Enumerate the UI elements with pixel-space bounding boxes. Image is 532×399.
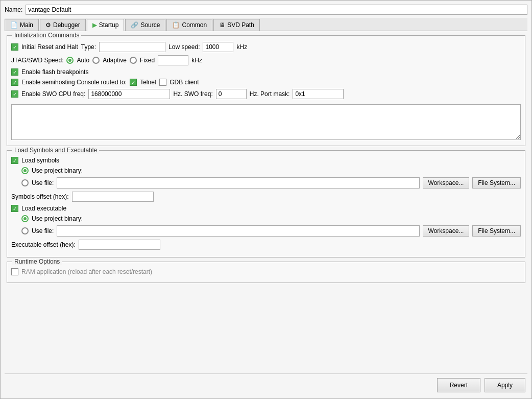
- executable-offset-input[interactable]: [79, 240, 160, 250]
- executable-offset-row: Executable offset (hex):: [11, 240, 521, 250]
- load-content: ✓ Load symbols Use project binary: Use f…: [11, 157, 521, 250]
- telnet-checkbox[interactable]: ✓: [130, 79, 137, 86]
- use-file2-radio[interactable]: [21, 227, 29, 234]
- hz2-label: Hz. Port mask:: [250, 90, 290, 98]
- debugger-icon: ⚙: [45, 21, 51, 29]
- initial-reset-checkbox[interactable]: ✓: [11, 43, 18, 51]
- type-label: Type:: [81, 43, 96, 51]
- tab-common[interactable]: 📋 Common: [166, 19, 212, 31]
- tab-debugger[interactable]: ⚙ Debugger: [40, 19, 86, 31]
- tab-debugger-label: Debugger: [53, 21, 80, 29]
- startup-icon: ▶: [92, 21, 97, 29]
- load-section: Load Symbols and Executable ✓ Load symbo…: [7, 150, 525, 257]
- runtime-legend: Runtime Options: [12, 258, 62, 265]
- tab-main[interactable]: 📄 Main: [5, 19, 39, 31]
- low-speed-input[interactable]: [203, 42, 233, 52]
- filesystem2-button[interactable]: File System...: [472, 225, 521, 237]
- flash-label: Enable flash breakpoints: [21, 68, 88, 76]
- tab-svdpath-label: SVD Path: [227, 21, 254, 29]
- load-symbols-row: ✓ Load symbols: [11, 157, 521, 164]
- bottom-bar: Revert Apply: [5, 373, 527, 394]
- swo-label: Enable SWO CPU freq:: [21, 90, 85, 98]
- use-project-binary1-radio[interactable]: [21, 167, 29, 174]
- workspace2-button[interactable]: Workspace...: [423, 225, 470, 237]
- content-area: Initialization Commands ✓ Initial Reset …: [5, 31, 527, 371]
- flash-row: ✓ Enable flash breakpoints: [11, 68, 521, 76]
- khz-label1: kHz: [236, 43, 247, 51]
- symbols-offset-input[interactable]: [72, 192, 154, 202]
- flash-checkbox[interactable]: ✓: [11, 68, 18, 76]
- gdb-label: GDB client: [170, 79, 199, 86]
- tab-common-label: Common: [182, 21, 207, 29]
- type-input[interactable]: [99, 42, 165, 52]
- swo-freq-input[interactable]: [216, 89, 247, 99]
- use-file2-row: Use file: Workspace... File System...: [11, 225, 521, 237]
- main-dialog: Name: 📄 Main ⚙ Debugger ▶ Startup 🔗 Sour…: [0, 0, 532, 399]
- adaptive-label: Adaptive: [103, 57, 127, 64]
- workspace1-button[interactable]: Workspace...: [423, 177, 470, 189]
- load-executable-label: Load executable: [21, 205, 66, 212]
- auto-radio[interactable]: [66, 57, 74, 64]
- semihosting-row: ✓ Enable semihosting Console routed to: …: [11, 79, 521, 86]
- symbols-offset-label: Symbols offset (hex):: [11, 193, 69, 200]
- fixed-radio[interactable]: [130, 57, 137, 64]
- hz1-label: Hz. SWO freq:: [173, 90, 212, 98]
- initial-reset-label: Initial Reset and Halt: [21, 43, 78, 51]
- use-project-binary1-label: Use project binary:: [32, 167, 83, 174]
- fixed-label: Fixed: [140, 57, 155, 64]
- use-file1-radio[interactable]: [21, 179, 29, 186]
- name-label: Name:: [5, 6, 22, 13]
- semihosting-label: Enable semihosting Console routed to:: [21, 79, 127, 86]
- tabs-bar: 📄 Main ⚙ Debugger ▶ Startup 🔗 Source 📋 C…: [5, 18, 527, 31]
- cpu-freq-input[interactable]: [88, 89, 170, 99]
- runtime-row: RAM application (reload after each reset…: [11, 268, 521, 275]
- jtag-label: JTAG/SWD Speed:: [11, 57, 63, 64]
- auto-label: Auto: [77, 57, 89, 64]
- swo-checkbox[interactable]: ✓: [11, 90, 18, 98]
- main-icon: 📄: [10, 21, 18, 29]
- name-input[interactable]: [26, 5, 527, 15]
- svdpath-icon: 🖥: [219, 21, 225, 29]
- load-legend: Load Symbols and Executable: [12, 147, 99, 154]
- use-project-binary2-label: Use project binary:: [32, 215, 83, 222]
- gdb-checkbox[interactable]: [159, 79, 166, 86]
- swo-row: ✓ Enable SWO CPU freq: Hz. SWO freq: Hz.…: [11, 89, 521, 99]
- semihosting-checkbox[interactable]: ✓: [11, 79, 18, 86]
- apply-button[interactable]: Apply: [485, 378, 525, 392]
- initial-reset-row: ✓ Initial Reset and Halt Type: Low speed…: [11, 42, 521, 52]
- use-file2-input[interactable]: [57, 225, 419, 237]
- jtag-speed-row: JTAG/SWD Speed: Auto Adaptive Fixed kHz: [11, 55, 521, 65]
- low-speed-label: Low speed:: [168, 43, 200, 51]
- use-file1-input[interactable]: [57, 177, 419, 189]
- fixed-input[interactable]: [158, 55, 188, 65]
- use-project-binary2-row: Use project binary:: [11, 215, 521, 222]
- load-symbols-checkbox[interactable]: ✓: [11, 157, 18, 164]
- source-icon: 🔗: [131, 21, 138, 29]
- init-commands-section: Initialization Commands ✓ Initial Reset …: [7, 35, 525, 146]
- tab-svdpath[interactable]: 🖥 SVD Path: [213, 19, 260, 31]
- tab-source-label: Source: [140, 21, 160, 29]
- tab-startup[interactable]: ▶ Startup: [87, 19, 125, 31]
- load-executable-checkbox[interactable]: ✓: [11, 205, 18, 212]
- init-legend: Initialization Commands: [12, 32, 81, 39]
- revert-button[interactable]: Revert: [437, 378, 480, 392]
- use-file1-row: Use file: Workspace... File System...: [11, 177, 521, 189]
- runtime-section: Runtime Options RAM application (reload …: [7, 262, 525, 283]
- load-symbols-label: Load symbols: [21, 157, 59, 164]
- tab-main-label: Main: [20, 21, 33, 29]
- common-icon: 📋: [172, 21, 180, 29]
- load-executable-row: ✓ Load executable: [11, 205, 521, 212]
- name-row: Name:: [5, 5, 527, 15]
- port-mask-input[interactable]: [293, 89, 344, 99]
- use-file2-label: Use file:: [32, 227, 54, 234]
- adaptive-radio[interactable]: [92, 57, 100, 64]
- filesystem1-button[interactable]: File System...: [472, 177, 521, 189]
- tab-source[interactable]: 🔗 Source: [125, 19, 165, 31]
- symbols-offset-row: Symbols offset (hex):: [11, 192, 521, 202]
- use-project-binary2-radio[interactable]: [21, 215, 29, 222]
- tab-startup-label: Startup: [99, 21, 119, 29]
- init-commands-textarea[interactable]: [11, 104, 521, 140]
- executable-offset-label: Executable offset (hex):: [11, 241, 76, 248]
- use-file1-label: Use file:: [32, 179, 54, 186]
- ram-app-checkbox[interactable]: [11, 268, 18, 275]
